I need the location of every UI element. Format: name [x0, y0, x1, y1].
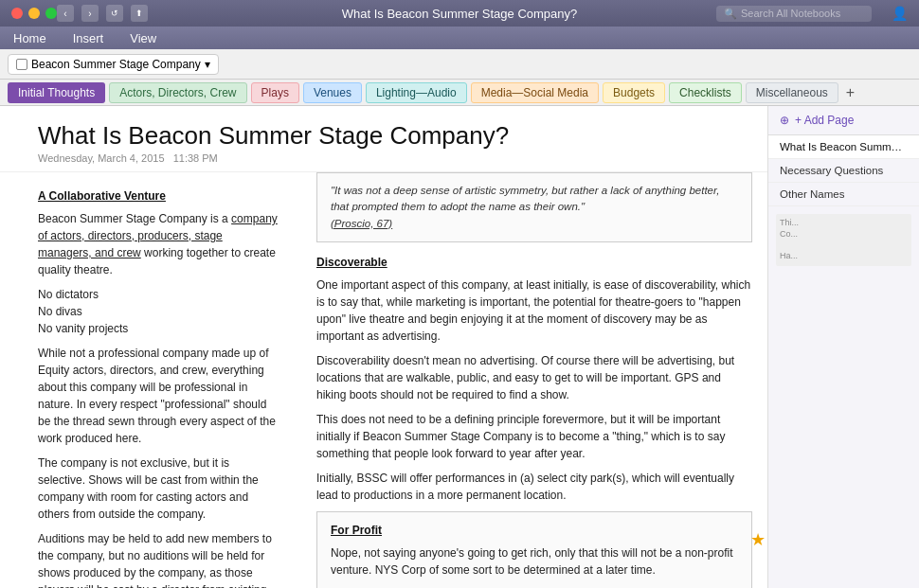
sidebar-item-other-names[interactable]: Other Names — [768, 183, 919, 206]
close-button[interactable] — [11, 8, 23, 19]
nav-refresh-button[interactable]: ↺ — [106, 5, 123, 22]
right-column: "It was not a deep sense of artistic sym… — [294, 172, 767, 588]
right-p2: Discoverability doesn't mean no advertis… — [316, 352, 752, 403]
page-title-area: What Is Beacon Summer Stage Company? Wed… — [0, 106, 767, 172]
search-bar[interactable]: 🔍 — [716, 6, 872, 22]
nav-forward-button[interactable]: › — [81, 5, 99, 22]
page-title: What Is Beacon Summer Stage Company? — [38, 121, 745, 151]
notebook-checkbox — [16, 59, 27, 70]
sidebar-item-what-is[interactable]: What Is Beacon Summer... — [768, 135, 919, 159]
section-discoverable-heading: Discoverable — [316, 254, 752, 271]
window-controls — [11, 8, 57, 19]
left-p1: Beacon Summer Stage Company is a company… — [38, 210, 279, 278]
title-bar: ‹ › ↺ ⬆ What Is Beacon Summer Stage Comp… — [0, 0, 919, 27]
tab-lighting[interactable]: Lighting—Audio — [366, 82, 467, 103]
quote-citation: (Proscio, 67) — [331, 218, 392, 229]
right-p3: This does not need to be a defining prin… — [316, 411, 752, 462]
tab-budgets[interactable]: Budgets — [603, 82, 665, 103]
maximize-button[interactable] — [45, 8, 57, 19]
main-layout: What Is Beacon Summer Stage Company? Wed… — [0, 106, 919, 588]
right-p4: Initially, BSSC will offer performances … — [316, 470, 752, 504]
menu-insert[interactable]: Insert — [69, 29, 108, 47]
two-column-layout: A Collaborative Venture Beacon Summer St… — [0, 172, 767, 588]
menu-bar: Home Insert View — [0, 27, 919, 49]
add-page-label: + Add Page — [795, 114, 854, 127]
sidebar: ⊕ + Add Page What Is Beacon Summer... Ne… — [767, 106, 919, 588]
add-page-icon: ⊕ — [780, 114, 789, 127]
left-p2: While not a professional company made up… — [38, 345, 279, 447]
star-sidebar-icon: ★ — [750, 529, 766, 550]
left-p3: The company is not exclusive, but it is … — [38, 454, 279, 523]
minimize-button[interactable] — [28, 8, 40, 19]
page-date: Wednesday, March 4, 2015 11:38 PM — [38, 152, 745, 164]
sidebar-item-necessary[interactable]: Necessary Questions — [768, 159, 919, 183]
left-p4: Auditions may be held to add new members… — [38, 530, 279, 588]
tab-miscellaneous[interactable]: Miscellaneous — [746, 82, 838, 103]
for-profit-section: For Profit Nope, not saying anyone's goi… — [316, 511, 752, 588]
left-column: A Collaborative Venture Beacon Summer St… — [0, 172, 294, 588]
section-collaborative-heading: A Collaborative Venture — [38, 187, 279, 205]
quote-box: "It was not a deep sense of artistic sym… — [316, 172, 752, 242]
content-area: What Is Beacon Summer Stage Company? Wed… — [0, 106, 767, 588]
nav-buttons: ‹ › ↺ ⬆ — [57, 5, 148, 22]
add-page-button[interactable]: ⊕ + Add Page — [768, 106, 919, 135]
quote-text: "It was not a deep sense of artistic sym… — [331, 185, 719, 212]
tab-initial-thoughts[interactable]: Initial Thoughts — [8, 82, 105, 103]
right-forprofit-p1: Nope, not saying anyone's going to get r… — [331, 544, 738, 579]
tab-plays[interactable]: Plays — [251, 82, 299, 103]
notebook-selector[interactable]: Beacon Summer Stage Company ▾ — [8, 54, 219, 75]
section-forprofit-heading: For Profit — [331, 522, 738, 539]
menu-view[interactable]: View — [126, 29, 160, 47]
sidebar-thumbnail-1: Thi...Co...Ha... — [768, 210, 919, 270]
notebook-bar: Beacon Summer Stage Company ▾ — [0, 49, 919, 80]
tab-checklists[interactable]: Checklists — [669, 82, 742, 103]
tab-actors[interactable]: Actors, Directors, Crew — [109, 82, 246, 103]
window-title: What Is Beacon Summer Stage Company? — [342, 7, 578, 21]
add-tab-button[interactable]: + — [842, 84, 858, 101]
nav-share-button[interactable]: ⬆ — [131, 5, 148, 22]
notebook-dropdown-icon: ▾ — [205, 58, 210, 71]
tab-media[interactable]: Media—Social Media — [471, 82, 599, 103]
left-list: No dictatorsNo divasNo vanity projects — [38, 286, 279, 337]
right-p1: One important aspect of this company, at… — [316, 276, 752, 345]
search-icon: 🔍 — [724, 8, 737, 20]
notebook-title: Beacon Summer Stage Company — [31, 58, 201, 71]
tab-venues[interactable]: Venues — [303, 82, 362, 103]
tabs-bar: Initial Thoughts Actors, Directors, Crew… — [0, 80, 919, 106]
nav-back-button[interactable]: ‹ — [57, 5, 74, 22]
search-input[interactable] — [741, 8, 864, 19]
menu-home[interactable]: Home — [9, 29, 50, 47]
account-button[interactable]: 👤 — [892, 6, 908, 21]
